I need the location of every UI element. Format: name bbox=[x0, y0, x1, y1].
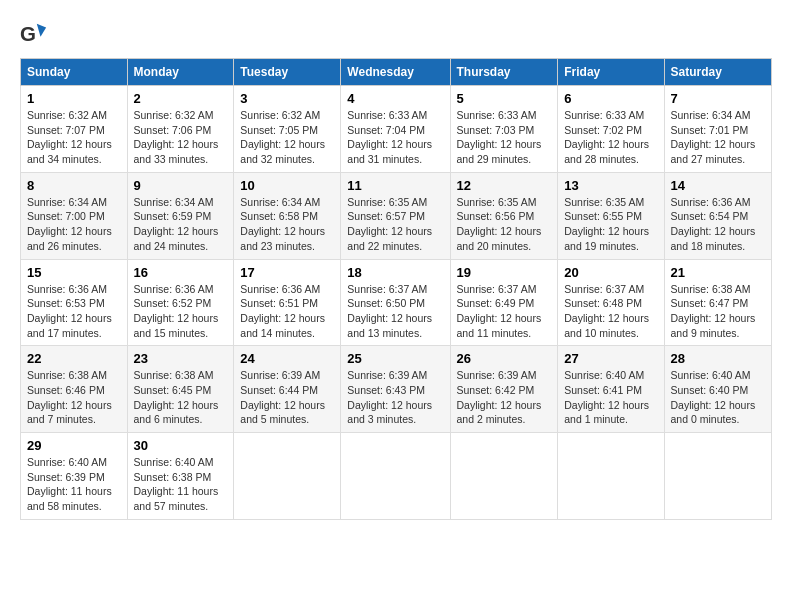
day-number: 24 bbox=[240, 351, 334, 366]
day-number: 7 bbox=[671, 91, 765, 106]
column-header-sunday: Sunday bbox=[21, 59, 128, 86]
day-number: 23 bbox=[134, 351, 228, 366]
day-number: 6 bbox=[564, 91, 657, 106]
calendar-cell: 7 Sunrise: 6:34 AMSunset: 7:01 PMDayligh… bbox=[664, 86, 771, 173]
calendar-cell: 1 Sunrise: 6:32 AMSunset: 7:07 PMDayligh… bbox=[21, 86, 128, 173]
calendar-cell: 22 Sunrise: 6:38 AMSunset: 6:46 PMDaylig… bbox=[21, 346, 128, 433]
calendar-cell: 27 Sunrise: 6:40 AMSunset: 6:41 PMDaylig… bbox=[558, 346, 664, 433]
day-number: 21 bbox=[671, 265, 765, 280]
day-detail: Sunrise: 6:36 AMSunset: 6:53 PMDaylight:… bbox=[27, 283, 112, 339]
day-detail: Sunrise: 6:40 AMSunset: 6:40 PMDaylight:… bbox=[671, 369, 756, 425]
day-detail: Sunrise: 6:40 AMSunset: 6:41 PMDaylight:… bbox=[564, 369, 649, 425]
day-number: 22 bbox=[27, 351, 121, 366]
calendar-cell: 2 Sunrise: 6:32 AMSunset: 7:06 PMDayligh… bbox=[127, 86, 234, 173]
calendar-cell: 25 Sunrise: 6:39 AMSunset: 6:43 PMDaylig… bbox=[341, 346, 450, 433]
day-detail: Sunrise: 6:33 AMSunset: 7:04 PMDaylight:… bbox=[347, 109, 432, 165]
calendar-cell: 4 Sunrise: 6:33 AMSunset: 7:04 PMDayligh… bbox=[341, 86, 450, 173]
day-number: 27 bbox=[564, 351, 657, 366]
calendar-cell bbox=[341, 433, 450, 520]
calendar-cell: 10 Sunrise: 6:34 AMSunset: 6:58 PMDaylig… bbox=[234, 172, 341, 259]
day-detail: Sunrise: 6:34 AMSunset: 6:58 PMDaylight:… bbox=[240, 196, 325, 252]
calendar-week-2: 8 Sunrise: 6:34 AMSunset: 7:00 PMDayligh… bbox=[21, 172, 772, 259]
calendar-cell: 17 Sunrise: 6:36 AMSunset: 6:51 PMDaylig… bbox=[234, 259, 341, 346]
day-detail: Sunrise: 6:33 AMSunset: 7:03 PMDaylight:… bbox=[457, 109, 542, 165]
calendar-week-4: 22 Sunrise: 6:38 AMSunset: 6:46 PMDaylig… bbox=[21, 346, 772, 433]
svg-text:G: G bbox=[20, 22, 36, 45]
day-number: 2 bbox=[134, 91, 228, 106]
day-detail: Sunrise: 6:37 AMSunset: 6:50 PMDaylight:… bbox=[347, 283, 432, 339]
day-detail: Sunrise: 6:32 AMSunset: 7:07 PMDaylight:… bbox=[27, 109, 112, 165]
calendar-cell: 19 Sunrise: 6:37 AMSunset: 6:49 PMDaylig… bbox=[450, 259, 558, 346]
calendar-cell: 12 Sunrise: 6:35 AMSunset: 6:56 PMDaylig… bbox=[450, 172, 558, 259]
day-detail: Sunrise: 6:33 AMSunset: 7:02 PMDaylight:… bbox=[564, 109, 649, 165]
day-number: 28 bbox=[671, 351, 765, 366]
column-header-thursday: Thursday bbox=[450, 59, 558, 86]
day-number: 15 bbox=[27, 265, 121, 280]
day-detail: Sunrise: 6:39 AMSunset: 6:44 PMDaylight:… bbox=[240, 369, 325, 425]
day-detail: Sunrise: 6:34 AMSunset: 6:59 PMDaylight:… bbox=[134, 196, 219, 252]
day-number: 19 bbox=[457, 265, 552, 280]
logo: G bbox=[20, 20, 52, 48]
logo-icon: G bbox=[20, 20, 48, 48]
calendar-header: SundayMondayTuesdayWednesdayThursdayFrid… bbox=[21, 59, 772, 86]
calendar-cell: 8 Sunrise: 6:34 AMSunset: 7:00 PMDayligh… bbox=[21, 172, 128, 259]
day-detail: Sunrise: 6:36 AMSunset: 6:51 PMDaylight:… bbox=[240, 283, 325, 339]
day-number: 17 bbox=[240, 265, 334, 280]
calendar-cell: 15 Sunrise: 6:36 AMSunset: 6:53 PMDaylig… bbox=[21, 259, 128, 346]
calendar-cell bbox=[234, 433, 341, 520]
calendar-cell bbox=[664, 433, 771, 520]
calendar-cell: 5 Sunrise: 6:33 AMSunset: 7:03 PMDayligh… bbox=[450, 86, 558, 173]
day-number: 8 bbox=[27, 178, 121, 193]
day-number: 16 bbox=[134, 265, 228, 280]
calendar-cell: 28 Sunrise: 6:40 AMSunset: 6:40 PMDaylig… bbox=[664, 346, 771, 433]
day-number: 10 bbox=[240, 178, 334, 193]
day-number: 14 bbox=[671, 178, 765, 193]
calendar-cell: 21 Sunrise: 6:38 AMSunset: 6:47 PMDaylig… bbox=[664, 259, 771, 346]
day-detail: Sunrise: 6:40 AMSunset: 6:39 PMDaylight:… bbox=[27, 456, 112, 512]
day-detail: Sunrise: 6:35 AMSunset: 6:56 PMDaylight:… bbox=[457, 196, 542, 252]
calendar-week-1: 1 Sunrise: 6:32 AMSunset: 7:07 PMDayligh… bbox=[21, 86, 772, 173]
day-detail: Sunrise: 6:35 AMSunset: 6:57 PMDaylight:… bbox=[347, 196, 432, 252]
calendar-cell: 14 Sunrise: 6:36 AMSunset: 6:54 PMDaylig… bbox=[664, 172, 771, 259]
calendar-cell: 24 Sunrise: 6:39 AMSunset: 6:44 PMDaylig… bbox=[234, 346, 341, 433]
calendar-cell: 23 Sunrise: 6:38 AMSunset: 6:45 PMDaylig… bbox=[127, 346, 234, 433]
column-header-monday: Monday bbox=[127, 59, 234, 86]
day-detail: Sunrise: 6:37 AMSunset: 6:49 PMDaylight:… bbox=[457, 283, 542, 339]
calendar-cell: 13 Sunrise: 6:35 AMSunset: 6:55 PMDaylig… bbox=[558, 172, 664, 259]
page-header: G bbox=[20, 20, 772, 48]
calendar-table: SundayMondayTuesdayWednesdayThursdayFrid… bbox=[20, 58, 772, 520]
column-header-wednesday: Wednesday bbox=[341, 59, 450, 86]
calendar-cell: 16 Sunrise: 6:36 AMSunset: 6:52 PMDaylig… bbox=[127, 259, 234, 346]
day-detail: Sunrise: 6:36 AMSunset: 6:52 PMDaylight:… bbox=[134, 283, 219, 339]
day-detail: Sunrise: 6:34 AMSunset: 7:01 PMDaylight:… bbox=[671, 109, 756, 165]
day-detail: Sunrise: 6:38 AMSunset: 6:46 PMDaylight:… bbox=[27, 369, 112, 425]
day-detail: Sunrise: 6:32 AMSunset: 7:06 PMDaylight:… bbox=[134, 109, 219, 165]
day-number: 9 bbox=[134, 178, 228, 193]
calendar-week-5: 29 Sunrise: 6:40 AMSunset: 6:39 PMDaylig… bbox=[21, 433, 772, 520]
calendar-week-3: 15 Sunrise: 6:36 AMSunset: 6:53 PMDaylig… bbox=[21, 259, 772, 346]
calendar-cell: 18 Sunrise: 6:37 AMSunset: 6:50 PMDaylig… bbox=[341, 259, 450, 346]
day-number: 4 bbox=[347, 91, 443, 106]
day-number: 20 bbox=[564, 265, 657, 280]
day-detail: Sunrise: 6:32 AMSunset: 7:05 PMDaylight:… bbox=[240, 109, 325, 165]
day-number: 13 bbox=[564, 178, 657, 193]
day-number: 25 bbox=[347, 351, 443, 366]
day-number: 5 bbox=[457, 91, 552, 106]
column-header-saturday: Saturday bbox=[664, 59, 771, 86]
day-detail: Sunrise: 6:40 AMSunset: 6:38 PMDaylight:… bbox=[134, 456, 219, 512]
day-detail: Sunrise: 6:35 AMSunset: 6:55 PMDaylight:… bbox=[564, 196, 649, 252]
calendar-cell: 26 Sunrise: 6:39 AMSunset: 6:42 PMDaylig… bbox=[450, 346, 558, 433]
column-header-tuesday: Tuesday bbox=[234, 59, 341, 86]
calendar-cell bbox=[450, 433, 558, 520]
calendar-cell: 30 Sunrise: 6:40 AMSunset: 6:38 PMDaylig… bbox=[127, 433, 234, 520]
day-number: 29 bbox=[27, 438, 121, 453]
day-number: 1 bbox=[27, 91, 121, 106]
column-header-friday: Friday bbox=[558, 59, 664, 86]
calendar-cell: 6 Sunrise: 6:33 AMSunset: 7:02 PMDayligh… bbox=[558, 86, 664, 173]
day-detail: Sunrise: 6:36 AMSunset: 6:54 PMDaylight:… bbox=[671, 196, 756, 252]
calendar-cell: 20 Sunrise: 6:37 AMSunset: 6:48 PMDaylig… bbox=[558, 259, 664, 346]
calendar-cell: 11 Sunrise: 6:35 AMSunset: 6:57 PMDaylig… bbox=[341, 172, 450, 259]
day-number: 11 bbox=[347, 178, 443, 193]
calendar-cell: 9 Sunrise: 6:34 AMSunset: 6:59 PMDayligh… bbox=[127, 172, 234, 259]
day-number: 3 bbox=[240, 91, 334, 106]
